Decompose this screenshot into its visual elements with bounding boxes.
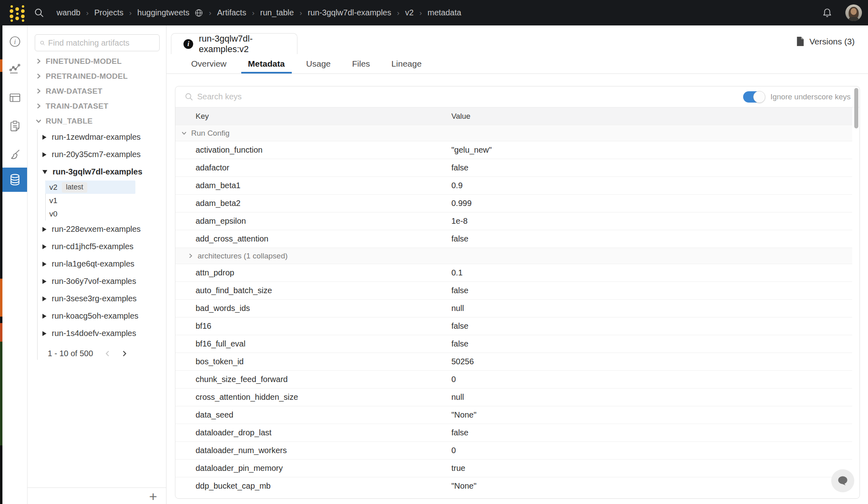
tab-files[interactable]: Files (345, 54, 377, 74)
sidebar-run-run-1zewdmar-examples[interactable]: run-1zewdmar-examples (27, 128, 166, 146)
sidebar-category-run_table[interactable]: RUN_TABLE (27, 113, 166, 128)
metadata-key: cross_attention_hidden_size (175, 393, 298, 402)
tab-overview[interactable]: Overview (184, 54, 234, 74)
category-label: RUN_TABLE (46, 117, 93, 126)
metadata-key: activation_function (175, 145, 263, 155)
run-label: run-3gqlw7dl-examples (53, 167, 142, 176)
table-icon[interactable] (2, 86, 27, 110)
wandb-artifacts-page: { "colors": { "navbar_bg": "#17191c", "b… (0, 0, 868, 504)
metadata-key: adam_epsilon (175, 216, 246, 226)
metadata-row: bf16false (175, 317, 852, 335)
reports-icon[interactable] (2, 114, 27, 138)
sidebar-run-run-1s4doefv-examples[interactable]: run-1s4doefv-examples (27, 325, 166, 342)
charts-icon[interactable] (2, 57, 27, 81)
nav-search-icon[interactable] (34, 7, 44, 18)
globe-icon (194, 8, 203, 17)
metadata-value: 0.999 (451, 199, 472, 208)
pagination-prev-icon[interactable] (104, 350, 112, 357)
breadcrumb-item[interactable]: huggingtweets (137, 8, 190, 17)
run-label: run-20y35cm7-examples (52, 150, 141, 159)
user-avatar[interactable] (845, 4, 862, 21)
card-scrollbar-thumb[interactable] (854, 88, 858, 128)
triangle-right-icon (42, 314, 46, 319)
metadata-key: chunk_size_feed_forward (175, 375, 288, 384)
add-artifact-button[interactable]: + (145, 488, 161, 504)
artifact-search-input[interactable] (48, 38, 155, 48)
breadcrumb-separator: › (129, 8, 132, 17)
sidebar-divider (27, 487, 166, 488)
run-label: run-3o6y7vof-examples (52, 277, 136, 286)
info-icon[interactable]: i (2, 29, 27, 54)
sidebar-run-run-3o6y7vof-examples[interactable]: run-3o6y7vof-examples (27, 273, 166, 290)
breadcrumb-item[interactable]: wandb (57, 8, 80, 17)
tab-lineage[interactable]: Lineage (385, 54, 429, 74)
breadcrumb-item[interactable]: metadata (428, 8, 461, 17)
versions-button[interactable]: Versions (3) (796, 36, 855, 46)
metadata-value: 50256 (451, 357, 474, 366)
navbar-right (822, 4, 862, 21)
metadata-row: adam_beta10.9 (175, 176, 852, 194)
metadata-value: false (451, 321, 468, 331)
metadata-group-row[interactable]: architectures (1 collapsed) (175, 248, 852, 264)
breadcrumb-item[interactable]: run_table (260, 8, 294, 17)
metadata-search-input[interactable] (197, 92, 743, 101)
breadcrumb-separator: › (209, 8, 211, 17)
tab-usage[interactable]: Usage (299, 54, 338, 74)
versions-button-label: Versions (3) (809, 37, 855, 46)
metadata-key: ddp_bucket_cap_mb (175, 481, 271, 491)
breadcrumb-separator: › (252, 8, 254, 17)
metadata-value: false (451, 234, 468, 244)
sidebar-run-run-3gqlw7dl-examples[interactable]: run-3gqlw7dl-examples (27, 163, 166, 181)
notifications-bell-icon[interactable] (822, 8, 832, 18)
sweeps-icon[interactable] (2, 142, 27, 166)
artifact-tabs: OverviewMetadataUsageFilesLineage (166, 54, 428, 74)
breadcrumb-item[interactable]: Artifacts (217, 8, 246, 17)
metadata-row: adam_beta20.999 (175, 194, 852, 212)
metadata-key: dataloader_num_workers (175, 446, 287, 455)
sidebar-category-finetuned-model[interactable]: FINETUNED-MODEL (27, 54, 166, 69)
run-label: run-3sese3rg-examples (52, 294, 137, 303)
document-icon (796, 36, 805, 46)
wandb-logo-icon[interactable] (5, 0, 25, 25)
version-item-v2[interactable]: v2latest (45, 181, 135, 194)
artifacts-icon[interactable] (2, 168, 27, 192)
sidebar-run-run-cd1jhcf5-examples[interactable]: run-cd1jhcf5-examples (27, 238, 166, 255)
sidebar-run-run-koacg5oh-examples[interactable]: run-koacg5oh-examples (27, 307, 166, 325)
ignore-underscore-toggle[interactable] (743, 91, 765, 103)
breadcrumb-item[interactable]: v2 (405, 8, 414, 17)
metadata-key: attn_pdrop (175, 268, 234, 277)
sidebar-category-raw-dataset[interactable]: RAW-DATASET (27, 84, 166, 99)
breadcrumb-item[interactable]: run-3gqlw7dl-examples (308, 8, 391, 17)
category-label: RAW-DATASET (46, 87, 102, 96)
key-column-header: Key (175, 112, 209, 121)
version-item-v1[interactable]: v1 (27, 194, 166, 207)
version-item-v0[interactable]: v0 (27, 207, 166, 220)
sidebar-run-run-228evxem-examples[interactable]: run-228evxem-examples (27, 220, 166, 238)
support-chat-button[interactable] (831, 469, 854, 492)
metadata-value: 0.1 (451, 268, 463, 277)
metadata-value: false (451, 339, 468, 349)
artifact-pagination: 1 - 10 of 500 (48, 345, 128, 361)
group-label: architectures (1 collapsed) (198, 252, 288, 260)
metadata-value: false (451, 286, 468, 295)
sidebar-run-run-la1ge6qt-examples[interactable]: run-la1ge6qt-examples (27, 255, 166, 273)
sidebar-run-run-3sese3rg-examples[interactable]: run-3sese3rg-examples (27, 290, 166, 307)
top-navbar: wandb›Projects›huggingtweets›Artifacts›r… (0, 0, 868, 25)
pagination-label: 1 - 10 of 500 (48, 349, 93, 358)
metadata-key: bos_token_id (175, 357, 244, 366)
breadcrumb-item[interactable]: Projects (94, 8, 123, 17)
sidebar-category-train-dataset[interactable]: TRAIN-DATASET (27, 99, 166, 113)
metadata-group-row[interactable]: Run Config (175, 125, 852, 141)
category-label: PRETRAINED-MODEL (46, 72, 128, 81)
sidebar-category-pretrained-model[interactable]: PRETRAINED-MODEL (27, 69, 166, 84)
pagination-next-icon[interactable] (120, 350, 128, 357)
sidebar-run-run-20y35cm7-examples[interactable]: run-20y35cm7-examples (27, 146, 166, 163)
main-panel: i run-3gqlw7dl-examples:v2 Versions (3) … (166, 25, 868, 504)
artifact-version-tab[interactable]: i run-3gqlw7dl-examples:v2 (171, 33, 297, 54)
breadcrumb-separator: › (397, 8, 399, 17)
metadata-key: add_cross_attention (175, 234, 268, 244)
metadata-key: adafactor (175, 163, 229, 172)
metadata-row: add_cross_attentionfalse (175, 230, 852, 248)
breadcrumb: wandb›Projects›huggingtweets›Artifacts›r… (57, 8, 461, 17)
tab-metadata[interactable]: Metadata (241, 54, 292, 74)
